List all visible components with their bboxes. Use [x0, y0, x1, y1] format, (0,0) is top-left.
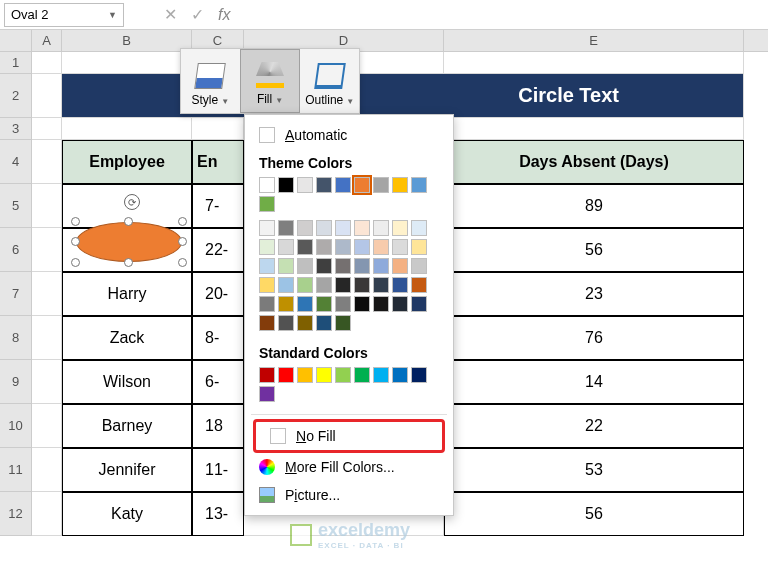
color-swatch[interactable] [316, 239, 332, 255]
color-swatch[interactable] [297, 315, 313, 331]
cell-employee[interactable]: Zack [62, 316, 192, 360]
cell-days[interactable]: 56 [444, 492, 744, 536]
color-swatch[interactable] [354, 177, 370, 193]
color-swatch[interactable] [373, 277, 389, 293]
color-swatch[interactable] [373, 239, 389, 255]
cell[interactable] [32, 52, 62, 74]
fill-button[interactable]: Fill▼ [240, 49, 301, 113]
color-swatch[interactable] [259, 196, 275, 212]
color-swatch[interactable] [278, 258, 294, 274]
row-header[interactable]: 8 [0, 316, 32, 360]
color-swatch[interactable] [335, 277, 351, 293]
oval-shape-selected[interactable]: ⟳ [76, 222, 182, 262]
cell-employee[interactable]: Wilson [62, 360, 192, 404]
color-swatch[interactable] [392, 239, 408, 255]
color-swatch[interactable] [335, 239, 351, 255]
cell-date[interactable]: 18 [192, 404, 244, 448]
cell[interactable] [32, 404, 62, 448]
row-header[interactable]: 6 [0, 228, 32, 272]
row-header[interactable]: 10 [0, 404, 32, 448]
cell[interactable] [32, 118, 62, 140]
cell-days[interactable]: 89 [444, 184, 744, 228]
cell[interactable] [32, 448, 62, 492]
color-swatch[interactable] [354, 258, 370, 274]
resize-handle[interactable] [71, 258, 80, 267]
resize-handle[interactable] [178, 237, 187, 246]
oval-shape[interactable] [76, 222, 182, 262]
color-swatch[interactable] [316, 367, 332, 383]
color-swatch[interactable] [316, 296, 332, 312]
color-swatch[interactable] [392, 296, 408, 312]
cell-employee[interactable]: Jennifer [62, 448, 192, 492]
outline-button[interactable]: Outline▼ [300, 49, 359, 113]
color-swatch[interactable] [411, 367, 427, 383]
col-header-e[interactable]: E [444, 30, 744, 51]
resize-handle[interactable] [124, 217, 133, 226]
cell-days[interactable]: 56 [444, 228, 744, 272]
color-swatch[interactable] [373, 177, 389, 193]
color-swatch[interactable] [297, 277, 313, 293]
resize-handle[interactable] [124, 258, 133, 267]
name-box[interactable]: Oval 2 ▼ [4, 3, 124, 27]
cell-date[interactable]: 8- [192, 316, 244, 360]
color-swatch[interactable] [259, 386, 275, 402]
color-swatch[interactable] [259, 177, 275, 193]
color-swatch[interactable] [259, 220, 275, 236]
cell-days[interactable]: 14 [444, 360, 744, 404]
select-all-corner[interactable] [0, 30, 32, 51]
automatic-item[interactable]: Automatic [245, 121, 453, 149]
color-swatch[interactable] [411, 220, 427, 236]
cell[interactable] [32, 184, 62, 228]
cell-days[interactable]: 53 [444, 448, 744, 492]
color-swatch[interactable] [316, 315, 332, 331]
cell-employee[interactable]: Katy [62, 492, 192, 536]
color-swatch[interactable] [278, 367, 294, 383]
color-swatch[interactable] [392, 277, 408, 293]
row-header[interactable]: 4 [0, 140, 32, 184]
row-header[interactable]: 9 [0, 360, 32, 404]
cell-employee[interactable]: Barney [62, 404, 192, 448]
resize-handle[interactable] [178, 258, 187, 267]
color-swatch[interactable] [278, 315, 294, 331]
color-swatch[interactable] [278, 239, 294, 255]
cell-date[interactable]: 22- [192, 228, 244, 272]
cell[interactable] [32, 272, 62, 316]
color-swatch[interactable] [335, 177, 351, 193]
color-swatch[interactable] [335, 220, 351, 236]
col-header-b[interactable]: B [62, 30, 192, 51]
color-swatch[interactable] [297, 367, 313, 383]
resize-handle[interactable] [71, 217, 80, 226]
color-swatch[interactable] [373, 258, 389, 274]
cell-date[interactable]: 7- [192, 184, 244, 228]
cell-date[interactable]: 13- [192, 492, 244, 536]
title-banner[interactable]: Use Circle Text [62, 74, 744, 118]
color-swatch[interactable] [411, 296, 427, 312]
color-swatch[interactable] [373, 296, 389, 312]
cell-days[interactable]: 23 [444, 272, 744, 316]
rotate-handle-icon[interactable]: ⟳ [124, 194, 140, 210]
no-fill-item[interactable]: No Fill [256, 422, 442, 450]
color-swatch[interactable] [278, 296, 294, 312]
color-swatch[interactable] [392, 177, 408, 193]
color-swatch[interactable] [354, 277, 370, 293]
table-header-employee[interactable]: Employee [62, 140, 192, 184]
enter-icon[interactable]: ✓ [191, 5, 204, 24]
color-swatch[interactable] [278, 277, 294, 293]
chevron-down-icon[interactable]: ▼ [108, 10, 117, 20]
color-swatch[interactable] [316, 277, 332, 293]
cell[interactable] [32, 316, 62, 360]
color-swatch[interactable] [259, 315, 275, 331]
cell[interactable] [32, 360, 62, 404]
resize-handle[interactable] [71, 237, 80, 246]
cell[interactable] [192, 118, 244, 140]
cell[interactable] [32, 74, 62, 118]
color-swatch[interactable] [316, 258, 332, 274]
color-swatch[interactable] [354, 296, 370, 312]
color-swatch[interactable] [411, 277, 427, 293]
color-swatch[interactable] [373, 367, 389, 383]
cell-days[interactable]: 22 [444, 404, 744, 448]
color-swatch[interactable] [297, 239, 313, 255]
color-swatch[interactable] [411, 258, 427, 274]
row-header[interactable]: 2 [0, 74, 32, 118]
cell-date[interactable]: 11- [192, 448, 244, 492]
